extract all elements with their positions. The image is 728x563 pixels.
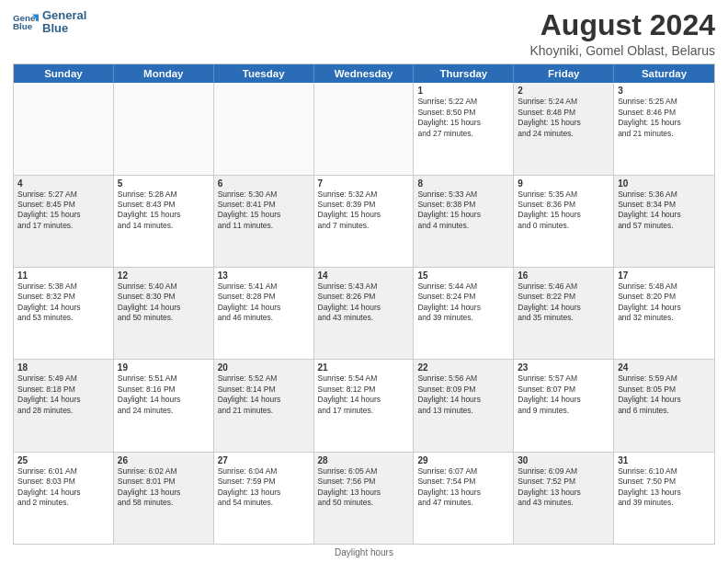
- day-number: 21: [318, 362, 410, 373]
- day-number: 2: [518, 86, 609, 96]
- calendar-header-cell: Wednesday: [314, 64, 415, 83]
- calendar-cell: 30Sunrise: 6:09 AM Sunset: 7:52 PM Dayli…: [514, 453, 614, 544]
- calendar-week: 25Sunrise: 6:01 AM Sunset: 8:03 PM Dayli…: [14, 453, 714, 544]
- main-title: August 2024: [529, 9, 715, 41]
- calendar-week: 11Sunrise: 5:38 AM Sunset: 8:32 PM Dayli…: [14, 268, 714, 360]
- calendar-cell: [114, 83, 214, 174]
- footer-note: Daylight hours: [13, 547, 715, 557]
- day-number: 13: [218, 270, 310, 281]
- day-number: 3: [618, 86, 711, 96]
- cell-info: Sunrise: 6:04 AM Sunset: 7:59 PM Dayligh…: [218, 466, 310, 509]
- calendar-cell: 15Sunrise: 5:44 AM Sunset: 8:24 PM Dayli…: [414, 268, 514, 359]
- calendar-cell: 26Sunrise: 6:02 AM Sunset: 8:01 PM Dayli…: [114, 453, 214, 544]
- calendar-header-cell: Tuesday: [214, 64, 314, 83]
- cell-info: Sunrise: 5:22 AM Sunset: 8:50 PM Dayligh…: [417, 97, 509, 139]
- calendar-cell: 19Sunrise: 5:51 AM Sunset: 8:16 PM Dayli…: [114, 360, 214, 451]
- day-number: 30: [518, 455, 609, 465]
- calendar-header-cell: Friday: [514, 64, 614, 83]
- cell-info: Sunrise: 5:35 AM Sunset: 8:36 PM Dayligh…: [518, 190, 609, 232]
- day-number: 28: [318, 455, 410, 465]
- day-number: 27: [218, 455, 310, 465]
- calendar-header-cell: Sunday: [14, 64, 114, 83]
- calendar-cell: 31Sunrise: 6:10 AM Sunset: 7:50 PM Dayli…: [614, 453, 714, 544]
- logo-line1: General: [42, 9, 86, 22]
- day-number: 10: [618, 178, 711, 189]
- calendar-cell: 5Sunrise: 5:28 AM Sunset: 8:43 PM Daylig…: [114, 176, 214, 267]
- calendar-week: 1Sunrise: 5:22 AM Sunset: 8:50 PM Daylig…: [14, 83, 714, 175]
- calendar-cell: 27Sunrise: 6:04 AM Sunset: 7:59 PM Dayli…: [214, 453, 314, 544]
- calendar-cell: 4Sunrise: 5:27 AM Sunset: 8:45 PM Daylig…: [14, 176, 114, 267]
- cell-info: Sunrise: 5:32 AM Sunset: 8:39 PM Dayligh…: [318, 190, 410, 232]
- calendar-header: SundayMondayTuesdayWednesdayThursdayFrid…: [14, 64, 714, 83]
- cell-info: Sunrise: 5:24 AM Sunset: 8:48 PM Dayligh…: [518, 97, 609, 139]
- calendar-cell: 7Sunrise: 5:32 AM Sunset: 8:39 PM Daylig…: [314, 176, 415, 267]
- cell-info: Sunrise: 6:07 AM Sunset: 7:54 PM Dayligh…: [417, 466, 509, 509]
- page-container: General Blue General Blue August 2024 Kh…: [0, 0, 728, 563]
- day-number: 24: [618, 362, 711, 373]
- day-number: 9: [518, 178, 609, 189]
- day-number: 22: [417, 362, 509, 373]
- day-number: 4: [17, 178, 109, 189]
- day-number: 17: [618, 270, 711, 281]
- cell-info: Sunrise: 5:27 AM Sunset: 8:45 PM Dayligh…: [17, 190, 109, 232]
- calendar-week: 4Sunrise: 5:27 AM Sunset: 8:45 PM Daylig…: [14, 176, 714, 268]
- cell-info: Sunrise: 5:30 AM Sunset: 8:41 PM Dayligh…: [218, 190, 310, 232]
- cell-info: Sunrise: 5:48 AM Sunset: 8:20 PM Dayligh…: [618, 282, 711, 324]
- cell-info: Sunrise: 5:43 AM Sunset: 8:26 PM Dayligh…: [318, 282, 410, 324]
- cell-info: Sunrise: 5:38 AM Sunset: 8:32 PM Dayligh…: [17, 282, 109, 324]
- day-number: 5: [118, 178, 210, 189]
- calendar-cell: 24Sunrise: 5:59 AM Sunset: 8:05 PM Dayli…: [614, 360, 714, 451]
- cell-info: Sunrise: 5:33 AM Sunset: 8:38 PM Dayligh…: [417, 190, 509, 232]
- calendar-cell: 14Sunrise: 5:43 AM Sunset: 8:26 PM Dayli…: [314, 268, 415, 359]
- cell-info: Sunrise: 5:56 AM Sunset: 8:09 PM Dayligh…: [417, 373, 509, 416]
- day-number: 25: [17, 455, 109, 465]
- calendar-cell: 12Sunrise: 5:40 AM Sunset: 8:30 PM Dayli…: [114, 268, 214, 359]
- calendar-cell: 8Sunrise: 5:33 AM Sunset: 8:38 PM Daylig…: [414, 176, 514, 267]
- day-number: 26: [118, 455, 210, 465]
- logo: General Blue General Blue: [13, 9, 86, 36]
- day-number: 18: [17, 362, 109, 373]
- calendar-cell: 17Sunrise: 5:48 AM Sunset: 8:20 PM Dayli…: [614, 268, 714, 359]
- calendar-cell: 21Sunrise: 5:54 AM Sunset: 8:12 PM Dayli…: [314, 360, 415, 451]
- day-number: 20: [218, 362, 310, 373]
- day-number: 7: [318, 178, 410, 189]
- day-number: 8: [417, 178, 509, 189]
- cell-info: Sunrise: 5:54 AM Sunset: 8:12 PM Dayligh…: [318, 373, 410, 416]
- day-number: 31: [618, 455, 711, 465]
- cell-info: Sunrise: 5:59 AM Sunset: 8:05 PM Dayligh…: [618, 373, 711, 416]
- calendar-cell: [314, 83, 415, 174]
- day-number: 14: [318, 270, 410, 281]
- svg-text:Blue: Blue: [13, 22, 33, 32]
- cell-info: Sunrise: 5:44 AM Sunset: 8:24 PM Dayligh…: [417, 282, 509, 324]
- calendar-cell: 23Sunrise: 5:57 AM Sunset: 8:07 PM Dayli…: [514, 360, 614, 451]
- calendar-header-cell: Thursday: [414, 64, 514, 83]
- logo-icon: General Blue: [13, 9, 39, 35]
- day-number: 19: [118, 362, 210, 373]
- calendar-header-cell: Saturday: [614, 64, 714, 83]
- logo-text: General Blue: [42, 9, 86, 36]
- cell-info: Sunrise: 5:28 AM Sunset: 8:43 PM Dayligh…: [118, 190, 210, 232]
- calendar-cell: 3Sunrise: 5:25 AM Sunset: 8:46 PM Daylig…: [614, 83, 714, 174]
- cell-info: Sunrise: 6:01 AM Sunset: 8:03 PM Dayligh…: [17, 466, 109, 509]
- header: General Blue General Blue August 2024 Kh…: [13, 9, 715, 58]
- cell-info: Sunrise: 5:51 AM Sunset: 8:16 PM Dayligh…: [118, 373, 210, 416]
- calendar-cell: 20Sunrise: 5:52 AM Sunset: 8:14 PM Dayli…: [214, 360, 314, 451]
- day-number: 15: [417, 270, 509, 281]
- calendar-week: 18Sunrise: 5:49 AM Sunset: 8:18 PM Dayli…: [14, 360, 714, 452]
- cell-info: Sunrise: 6:05 AM Sunset: 7:56 PM Dayligh…: [318, 466, 410, 509]
- calendar-cell: 28Sunrise: 6:05 AM Sunset: 7:56 PM Dayli…: [314, 453, 415, 544]
- subtitle: Khoyniki, Gomel Oblast, Belarus: [529, 43, 715, 58]
- cell-info: Sunrise: 5:57 AM Sunset: 8:07 PM Dayligh…: [518, 373, 609, 416]
- cell-info: Sunrise: 5:25 AM Sunset: 8:46 PM Dayligh…: [618, 97, 711, 139]
- calendar-body: 1Sunrise: 5:22 AM Sunset: 8:50 PM Daylig…: [14, 83, 714, 544]
- day-number: 16: [518, 270, 609, 281]
- calendar-cell: 1Sunrise: 5:22 AM Sunset: 8:50 PM Daylig…: [414, 83, 514, 174]
- calendar-header-cell: Monday: [114, 64, 214, 83]
- calendar-cell: 13Sunrise: 5:41 AM Sunset: 8:28 PM Dayli…: [214, 268, 314, 359]
- calendar-cell: [14, 83, 114, 174]
- logo-line2: Blue: [42, 22, 86, 35]
- day-number: 12: [118, 270, 210, 281]
- cell-info: Sunrise: 5:41 AM Sunset: 8:28 PM Dayligh…: [218, 282, 310, 324]
- day-number: 29: [417, 455, 509, 465]
- cell-info: Sunrise: 5:36 AM Sunset: 8:34 PM Dayligh…: [618, 190, 711, 232]
